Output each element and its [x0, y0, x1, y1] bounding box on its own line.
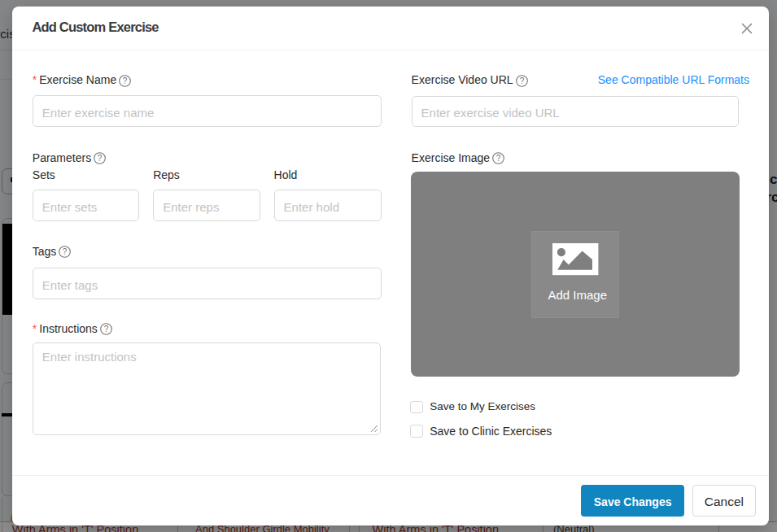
- svg-text:?: ?: [496, 154, 501, 163]
- svg-text:?: ?: [63, 247, 68, 256]
- svg-text:?: ?: [123, 76, 128, 85]
- svg-text:?: ?: [98, 154, 103, 163]
- svg-text:?: ?: [519, 76, 524, 85]
- svg-text:?: ?: [104, 325, 109, 334]
